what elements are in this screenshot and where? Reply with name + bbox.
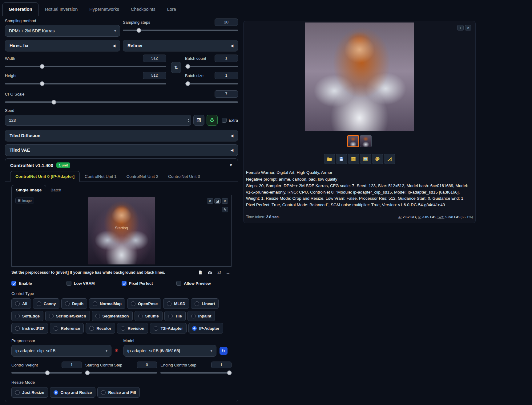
save-image-button[interactable] <box>336 154 347 164</box>
slider-handle[interactable] <box>227 370 232 375</box>
edit-pencil-icon[interactable]: ✎ <box>222 207 228 212</box>
gallery-thumbnail-1[interactable] <box>347 135 359 147</box>
pixel-perfect-checkbox[interactable]: Pixel Perfect <box>122 281 177 286</box>
number-spinner[interactable]: ▲▼ <box>186 115 191 125</box>
control-type-shuffle[interactable]: Shuffle <box>135 311 163 321</box>
tab-batch[interactable]: Batch <box>46 185 66 195</box>
control-type-ip-adapter[interactable]: IP-Adapter <box>188 323 223 333</box>
tab-hypernetworks[interactable]: Hypernetworks <box>83 3 125 16</box>
control-type-inpaint[interactable]: Inpaint <box>187 311 215 321</box>
tiled-vae-accordion[interactable]: Tiled VAE ◀ <box>5 144 238 156</box>
extra-seed-checkbox[interactable]: Extra <box>222 118 238 123</box>
tab-checkpoints[interactable]: Checkpoints <box>125 3 161 16</box>
slider-handle[interactable] <box>185 64 190 69</box>
control-type-recolor[interactable]: Recolor <box>86 323 115 333</box>
slider-handle[interactable] <box>185 81 190 86</box>
tab-generation[interactable]: Generation <box>2 2 38 16</box>
height-slider[interactable] <box>5 80 166 87</box>
random-seed-button[interactable]: ⚄ <box>193 115 204 126</box>
low-vram-checkbox[interactable]: Low VRAM <box>66 281 122 286</box>
control-type-all[interactable]: All <box>11 298 31 309</box>
width-slider[interactable] <box>5 63 166 69</box>
mirror-webcam-icon[interactable]: ⇄ <box>217 270 221 275</box>
refiner-accordion[interactable]: Refiner ◀ <box>123 40 238 51</box>
resize-resize-and-fill[interactable]: Resize and Fill <box>97 387 139 398</box>
hires-fix-accordion[interactable]: Hires. fix ◀ <box>5 40 120 51</box>
control-type-t2i-adapter[interactable]: T2I-Adapter <box>150 323 187 333</box>
gallery-thumbnail-2[interactable] <box>360 135 372 147</box>
control-type-depth[interactable]: Depth <box>61 298 87 309</box>
tab-textual-inversion[interactable]: Textual Inversion <box>38 3 84 16</box>
controlnet-image-dropzone[interactable]: ⊞ Image Starting ↺ ◪ × ✎ <box>11 195 232 267</box>
run-preprocessor-icon[interactable]: ✳ <box>115 348 119 353</box>
starting-control-step-slider[interactable] <box>85 370 157 376</box>
resize-crop-and-resize[interactable]: Crop and Resize <box>50 387 96 398</box>
download-image-icon[interactable]: ↓ <box>457 25 464 31</box>
control-type-revision[interactable]: Revision <box>117 323 148 333</box>
control-type-lineart[interactable]: Lineart <box>191 298 219 309</box>
webcam-icon[interactable] <box>207 270 212 275</box>
control-weight-input[interactable]: 1 <box>62 362 82 368</box>
send-to-img2img-button[interactable] <box>360 154 371 164</box>
close-gallery-icon[interactable]: × <box>465 25 471 31</box>
slider-handle[interactable] <box>40 81 44 86</box>
controlnet-unit-1-tab[interactable]: ControlNet Unit 1 <box>80 171 122 182</box>
sampling-steps-slider[interactable] <box>123 27 238 33</box>
save-zip-button[interactable] <box>348 154 359 164</box>
slider-handle[interactable] <box>85 370 90 375</box>
slider-handle[interactable] <box>51 100 56 104</box>
batch-size-slider[interactable] <box>185 80 238 87</box>
send-to-extras-button[interactable] <box>384 154 395 164</box>
control-type-openpose[interactable]: OpenPose <box>127 298 161 309</box>
sampling-method-dropdown[interactable]: DPM++ 2M SDE Karras ▾ <box>5 25 120 37</box>
chevron-down-icon[interactable]: ▼ <box>229 163 233 167</box>
tiled-diffusion-accordion[interactable]: Tiled Diffusion ◀ <box>5 130 238 141</box>
control-type-tile[interactable]: Tile <box>164 311 186 321</box>
batch-count-input[interactable]: 1 <box>215 55 238 62</box>
sketch-icon[interactable]: ◪ <box>214 198 221 204</box>
width-input[interactable]: 512 <box>143 55 166 62</box>
control-type-softedge[interactable]: SoftEdge <box>11 311 43 321</box>
resize-just-resize[interactable]: Just Resize <box>11 387 48 398</box>
preprocessor-dropdown[interactable]: ip-adapter_clip_sd15 ▾ <box>11 345 111 357</box>
open-folder-button[interactable] <box>324 154 335 164</box>
tab-single-image[interactable]: Single Image <box>11 185 46 195</box>
height-input[interactable]: 512 <box>143 72 166 79</box>
generated-image[interactable] <box>305 22 414 131</box>
cfg-scale-input[interactable]: 7 <box>215 90 238 98</box>
control-type-mlsd[interactable]: MLSD <box>163 298 189 309</box>
control-type-scribble-sketch[interactable]: Scribble/Sketch <box>45 311 90 321</box>
undo-icon[interactable]: ↺ <box>207 198 213 204</box>
batch-count-slider[interactable] <box>185 63 238 69</box>
reuse-seed-button[interactable]: ♻ <box>207 115 218 126</box>
slider-handle[interactable] <box>137 28 141 33</box>
control-type-instructp2p[interactable]: InstructP2P <box>11 323 48 333</box>
slider-handle[interactable] <box>45 370 50 375</box>
tab-lora[interactable]: Lora <box>161 3 182 16</box>
switch-width-height-button[interactable]: ⇅ <box>171 62 181 73</box>
control-type-normalmap[interactable]: NormalMap <box>89 298 125 309</box>
control-type-canny[interactable]: Canny <box>33 298 60 309</box>
allow-preview-checkbox[interactable]: Allow Preview <box>176 281 232 286</box>
control-type-reference[interactable]: Reference <box>50 323 84 333</box>
new-canvas-icon[interactable] <box>198 270 203 275</box>
enable-checkbox[interactable]: Enable <box>11 281 66 286</box>
send-dimensions-icon[interactable]: → <box>226 270 230 275</box>
batch-size-input[interactable]: 1 <box>215 72 238 79</box>
control-type-segmentation[interactable]: Segmentation <box>92 311 133 321</box>
slider-handle[interactable] <box>40 64 44 69</box>
control-weight-slider[interactable] <box>11 370 82 376</box>
controlnet-header[interactable]: ControlNet v1.1.400 1 unit ▼ <box>5 159 238 171</box>
starting-control-step-input[interactable]: 0 <box>137 362 157 368</box>
send-to-inpaint-button[interactable] <box>372 154 383 164</box>
clear-image-icon[interactable]: × <box>222 198 228 204</box>
seed-input[interactable]: 123 ▲▼ <box>5 115 191 126</box>
controlnet-unit-3-tab[interactable]: ControlNet Unit 3 <box>163 171 205 182</box>
cfg-scale-slider[interactable] <box>5 99 238 105</box>
ending-control-step-input[interactable]: 1 <box>211 362 232 368</box>
refresh-models-icon[interactable]: ↻ <box>220 347 228 355</box>
sampling-steps-input[interactable]: 20 <box>215 18 238 26</box>
ending-control-step-slider[interactable] <box>160 370 232 376</box>
controlnet-unit-0-tab[interactable]: ControlNet Unit 0 [IP-Adapter] <box>10 171 80 182</box>
controlnet-model-dropdown[interactable]: ip-adapter_sd15 [6a3f6166] ▾ <box>123 345 216 357</box>
